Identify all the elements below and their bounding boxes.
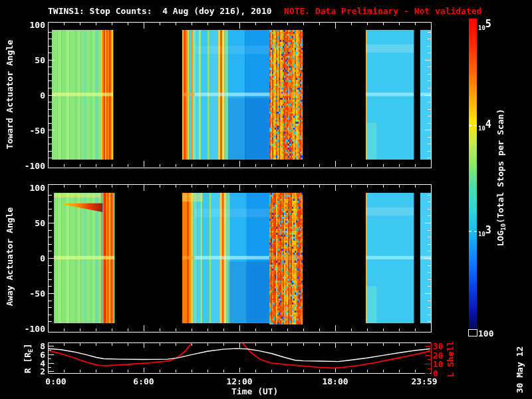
toward-ytick-0: 0	[16, 90, 45, 100]
colorbar-tick-1e4: 104	[478, 120, 491, 134]
away-ytick-50: 50	[16, 218, 45, 228]
toward-ytick-50: 50	[16, 55, 45, 65]
away-ytick-0: 0	[16, 253, 45, 263]
xtick-0600: 6:00	[122, 376, 165, 386]
colorbar-tick-1e3: 103	[478, 225, 491, 239]
xtick-2359: 23:59	[403, 376, 446, 386]
xtick-0000: 0:00	[35, 376, 77, 386]
colorbar-tick-1e5: 105	[478, 19, 491, 33]
away-ytick-100: 100	[16, 183, 45, 193]
twins1-stop-counts-figure: TWINS1: Stop Counts: 4 Aug (doy 216), 20…	[0, 0, 532, 399]
lshell-tick-30: 30	[433, 341, 444, 351]
preliminary-note: NOTE. Data Preliminary - Not validated	[284, 6, 481, 16]
away-ytick-m100: -100	[16, 324, 45, 334]
time-axis-label: Time (UT)	[231, 386, 274, 396]
xtick-1200: 12:00	[218, 376, 261, 386]
page-title: TWINS1: Stop Counts: 4 Aug (doy 216), 20…	[48, 6, 272, 16]
colorbar-tick-100: 100	[478, 329, 493, 338]
away-ytick-m50: -50	[16, 289, 45, 299]
spectrogram-canvas	[0, 0, 532, 399]
toward-ytick-m50: -50	[16, 126, 45, 136]
xtick-1800: 18:00	[314, 376, 356, 386]
toward-ytick-100: 100	[16, 20, 45, 30]
toward-ytick-m100: -100	[16, 161, 45, 171]
lshell-tick-10: 10	[433, 359, 444, 369]
